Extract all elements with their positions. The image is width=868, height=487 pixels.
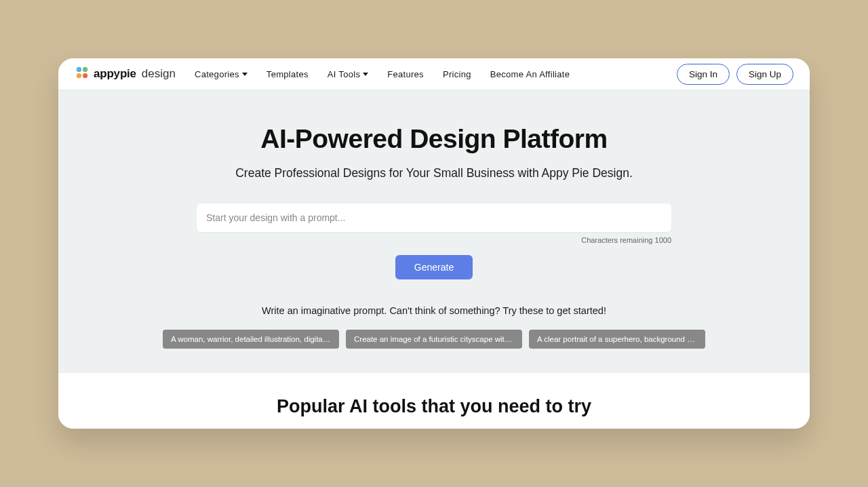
nav-pricing-label: Pricing xyxy=(443,69,471,79)
nav-features[interactable]: Features xyxy=(387,69,424,79)
nav-ai-tools[interactable]: AI Tools xyxy=(328,69,368,79)
header-right: Sign In Sign Up xyxy=(677,64,793,85)
suggestion-chip[interactable]: A clear portrait of a superhero, backgro… xyxy=(529,330,705,349)
nav-templates[interactable]: Templates xyxy=(267,69,309,79)
header-left: appypie design Categories Templates AI T… xyxy=(75,65,570,83)
logo-subtext: design xyxy=(142,67,176,81)
nav-affiliate-label: Become An Affiliate xyxy=(490,69,570,79)
nav-pricing[interactable]: Pricing xyxy=(443,69,471,79)
suggestion-chip[interactable]: A woman, warrior, detailed illustration,… xyxy=(163,330,339,349)
signin-button[interactable]: Sign In xyxy=(677,64,730,85)
generate-button[interactable]: Generate xyxy=(395,255,473,279)
prompt-input[interactable] xyxy=(197,203,671,232)
char-count: Characters remaining 1000 xyxy=(197,236,671,244)
suggestion-text: Write an imaginative prompt. Can't think… xyxy=(58,305,810,316)
suggestion-chips: A woman, warrior, detailed illustration,… xyxy=(58,330,810,349)
hero-subtitle: Create Professional Designs for Your Sma… xyxy=(58,166,810,180)
popular-title: Popular AI tools that you need to try xyxy=(58,396,810,417)
hero-title: AI-Powered Design Platform xyxy=(58,124,810,154)
prompt-container: Characters remaining 1000 Generate xyxy=(58,203,810,279)
nav-categories-label: Categories xyxy=(195,69,239,79)
logo[interactable]: appypie design xyxy=(75,65,176,83)
logo-icon xyxy=(75,65,90,83)
nav-categories[interactable]: Categories xyxy=(195,69,248,79)
popular-section: Popular AI tools that you need to try xyxy=(58,373,810,429)
nav-templates-label: Templates xyxy=(267,69,309,79)
chevron-down-icon xyxy=(363,73,368,76)
main-nav: Categories Templates AI Tools Features P… xyxy=(195,69,570,79)
nav-affiliate[interactable]: Become An Affiliate xyxy=(490,69,570,79)
nav-features-label: Features xyxy=(387,69,424,79)
app-window: appypie design Categories Templates AI T… xyxy=(58,58,810,429)
logo-text: appypie xyxy=(94,67,136,81)
suggestion-chip[interactable]: Create an image of a futuristic cityscap… xyxy=(346,330,522,349)
chevron-down-icon xyxy=(242,73,248,76)
signup-button[interactable]: Sign Up xyxy=(736,64,793,85)
nav-ai-tools-label: AI Tools xyxy=(328,69,360,79)
header: appypie design Categories Templates AI T… xyxy=(58,58,810,90)
hero-section: AI-Powered Design Platform Create Profes… xyxy=(58,90,810,373)
